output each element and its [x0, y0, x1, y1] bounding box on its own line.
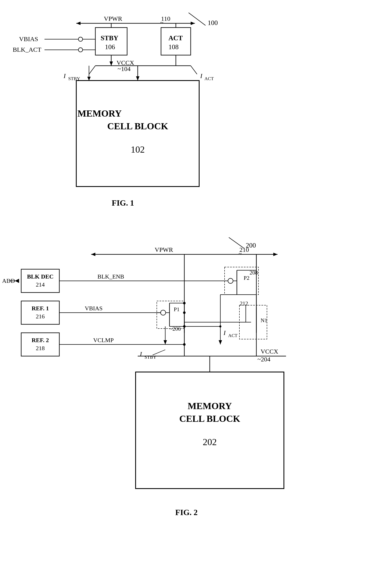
fig1-memory-text2: CELL BLOCK [107, 121, 168, 131]
fig1-110-tilde: ~ [160, 19, 163, 26]
fig2-p2-circle [228, 278, 233, 284]
fig2-212-label: 212 [240, 300, 248, 306]
fig1-stby-down-arrow [110, 62, 113, 66]
fig2-vpwr-left-arrow [91, 253, 95, 256]
fig1-act-label: ACT [168, 34, 183, 42]
fig2-add-label: ADD [2, 277, 15, 284]
fig1-memory-text1: MEMORY [78, 108, 122, 119]
svg-line-12 [89, 66, 95, 74]
fig1-vpwr-label: VPWR [104, 15, 122, 22]
fig2-vpwr-right-arrow [273, 253, 278, 256]
fig2-blkdec-box [21, 269, 59, 293]
fig1-label: FIG. 1 [112, 199, 134, 207]
fig2-memory-text1: MEMORY [188, 401, 232, 411]
fig2-blkdec-label1: BLK DEC [27, 273, 53, 280]
fig1-blkact-circle [78, 48, 83, 52]
fig2-ref2-label: REF. 2 [31, 337, 49, 343]
fig1-vbias-label: VBIAS [19, 35, 38, 42]
fig2-memory-num: 202 [203, 437, 217, 447]
fig1-vpwr-left-arrow [76, 22, 81, 25]
fig2-ref1-num: 216 [36, 313, 45, 320]
fig2-ref1-label: REF. 1 [31, 305, 49, 312]
fig2-vpwr-label: VPWR [155, 246, 173, 253]
fig1-ref-100: 100 [208, 19, 218, 27]
fig1-iact-sub: ACT [204, 76, 214, 81]
fig2-vbias-label: VBIAS [85, 305, 103, 312]
fig2-junction-dot2 [183, 343, 186, 346]
fig2-iact-sub: ACT [228, 333, 238, 338]
fig2-iact-label: I [223, 329, 226, 336]
fig2-208-label: 208 [250, 270, 258, 276]
fig2-n1-label: N1 [260, 317, 267, 324]
fig2-istby-arrow [164, 340, 167, 345]
fig1-vccx-down-arrow [136, 76, 139, 81]
fig1-act-num: 108 [168, 43, 179, 51]
fig2-p1-label: P1 [174, 306, 179, 313]
fig1-stby-label: STBY [101, 34, 118, 42]
fig2-210-tilde: ~ [239, 250, 242, 257]
fig2-p1-dashed-box [157, 301, 184, 328]
svg-line-13 [191, 66, 197, 74]
fig2-junction-dot1 [183, 311, 186, 314]
fig1-vpwr-right-arrow [191, 22, 195, 25]
fig2-ref2-num: 218 [36, 345, 45, 351]
fig2-blkenb-label: BLK_ENB [97, 273, 124, 280]
fig2-memory-block [135, 372, 284, 489]
fig2-top-junction [183, 302, 186, 304]
fig1-104-label: ~104 [118, 65, 131, 72]
fig2-istby-sub: STBY [145, 354, 156, 360]
fig1-istby-arrow [87, 77, 91, 81]
fig2-ref2-box [21, 333, 59, 356]
fig2-204-label: ~204 [257, 356, 270, 363]
fig1-blkact-label: BLK_ACT [13, 46, 41, 53]
fig2-p2-label: P2 [244, 275, 249, 281]
fig1-istby-label: I [63, 72, 66, 79]
fig1-stby-num: 106 [105, 43, 115, 51]
fig1-memory-num: 102 [131, 144, 145, 155]
diagram-svg: 100 VPWR 110 ~ STBY 106 ACT 108 VBIAS [0, 0, 375, 588]
fig2-iact-arrow [219, 340, 222, 345]
fig2-206-label: ~206 [169, 326, 181, 332]
fig1-vbias-circle [78, 37, 83, 41]
fig1-iact-label: I [200, 72, 203, 79]
fig2-vclmp-label: VCLMP [93, 337, 114, 343]
fig2-memory-text2: CELL BLOCK [179, 414, 240, 424]
fig2-label: FIG. 2 [175, 508, 198, 517]
fig2-blkdec-num: 214 [36, 281, 45, 288]
page: 100 VPWR 110 ~ STBY 106 ACT 108 VBIAS [0, 0, 375, 588]
fig2-p1-circle [161, 310, 166, 315]
svg-line-44 [153, 350, 165, 355]
fig2-ref1-box [21, 301, 59, 324]
fig2-vccx-label: VCCX [260, 348, 278, 355]
fig1-memory-block [76, 81, 199, 187]
